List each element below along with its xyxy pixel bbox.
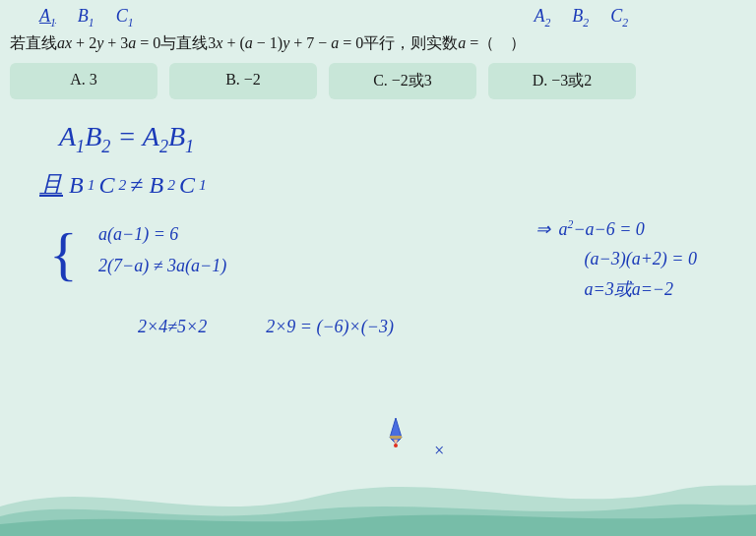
rw-line3: a=3或a=−2 bbox=[536, 274, 697, 305]
option-d[interactable]: D. −3或2 bbox=[488, 63, 636, 99]
work-line1: A1B2 = A2B1 bbox=[20, 111, 736, 165]
rw-line1: ⇒ a2−a−6 = 0 bbox=[536, 214, 697, 245]
label-a2: A2 bbox=[534, 6, 550, 30]
question-text: 若直线ax + 2y + 3a = 0与直线3x + (a − 1)y + 7 … bbox=[0, 30, 756, 63]
subscript-labels: A1 B1 C1 A2 B2 C2 bbox=[10, 4, 746, 30]
bottom-right-expr: 2×9 = (−6)×(−3) bbox=[266, 317, 394, 337]
label-a1: A1 bbox=[39, 6, 56, 30]
option-c[interactable]: C. −2或3 bbox=[329, 63, 476, 99]
work-area: A1B2 = A2B1 且 B1C2 ≠ B2C1 { a(a−1) = 6 2… bbox=[0, 111, 756, 341]
main-container: A1 B1 C1 A2 B2 C2 若直线ax + 2y + 3a = 0与直线… bbox=[0, 0, 756, 536]
option-b[interactable]: B. −2 bbox=[169, 63, 317, 99]
svg-rect-2 bbox=[390, 436, 402, 439]
svg-point-3 bbox=[394, 444, 398, 447]
brace-symbol: { bbox=[49, 224, 78, 283]
rw-line2: (a−3)(a+2) = 0 bbox=[536, 244, 697, 274]
options-row: A. 3 B. −2 C. −2或3 D. −3或2 bbox=[0, 63, 756, 111]
wave-decoration bbox=[0, 457, 756, 536]
pencil-icon bbox=[384, 418, 408, 447]
bottom-left-expr: 2×4≠5×2 bbox=[138, 317, 207, 337]
label-c2: C2 bbox=[610, 6, 628, 30]
work-line2: 且 B1C2 ≠ B2C1 bbox=[20, 164, 736, 213]
label-b1: B1 bbox=[78, 6, 94, 30]
label-c1: C1 bbox=[116, 6, 134, 30]
right-work: ⇒ a2−a−6 = 0 (a−3)(a+2) = 0 a=3或a=−2 bbox=[536, 214, 697, 305]
right-label-group: A2 B2 C2 bbox=[534, 6, 628, 30]
bottom-line: 2×4≠5×2 2×9 = (−6)×(−3) bbox=[20, 313, 736, 341]
header-row: A1 B1 C1 A2 B2 C2 bbox=[0, 0, 756, 30]
system-block: { a(a−1) = 6 2(7−a) ≠ 3a(a−1) ⇒ a2−a−6 =… bbox=[20, 214, 736, 313]
option-a[interactable]: A. 3 bbox=[10, 63, 158, 99]
underline-and: 且 bbox=[39, 166, 63, 204]
label-b2: B2 bbox=[572, 6, 589, 30]
left-label-group: A1 B1 C1 bbox=[39, 6, 134, 30]
